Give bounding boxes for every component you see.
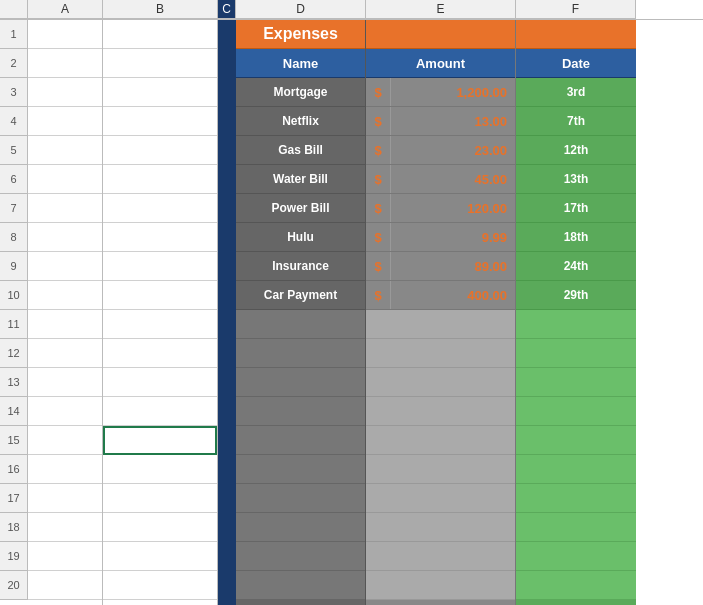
cell-d13[interactable]	[236, 368, 365, 397]
cell-e13[interactable]	[366, 368, 515, 397]
row-num-11[interactable]: 11	[0, 310, 28, 339]
cell-b11[interactable]	[103, 310, 217, 339]
cell-a12[interactable]	[28, 339, 102, 368]
cell-b19[interactable]	[103, 542, 217, 571]
row-num-7[interactable]: 7	[0, 194, 28, 223]
cell-c4[interactable]	[218, 107, 234, 136]
cell-e12[interactable]	[366, 339, 515, 368]
col-header-f[interactable]: F	[516, 0, 636, 19]
cell-f7[interactable]: 17th	[516, 194, 636, 223]
cell-d7[interactable]: Power Bill	[236, 194, 365, 223]
cell-f15[interactable]	[516, 426, 636, 455]
cell-c2[interactable]	[218, 49, 234, 78]
row-num-19[interactable]: 19	[0, 542, 28, 571]
cell-f3[interactable]: 3rd	[516, 78, 636, 107]
cell-a17[interactable]	[28, 484, 102, 513]
cell-d20[interactable]	[236, 571, 365, 600]
cell-a9[interactable]	[28, 252, 102, 281]
cell-e11[interactable]	[366, 310, 515, 339]
col-header-d[interactable]: D	[236, 0, 366, 19]
cell-b5[interactable]	[103, 136, 217, 165]
cell-c19[interactable]	[218, 542, 234, 571]
cell-b16[interactable]	[103, 455, 217, 484]
cell-c6[interactable]	[218, 165, 234, 194]
cell-d11[interactable]	[236, 310, 365, 339]
cell-e7[interactable]: $120.00	[366, 194, 515, 223]
cell-a7[interactable]	[28, 194, 102, 223]
cell-f19[interactable]	[516, 542, 636, 571]
col-header-b[interactable]: B	[103, 0, 218, 19]
row-num-10[interactable]: 10	[0, 281, 28, 310]
cell-d14[interactable]	[236, 397, 365, 426]
cell-c15[interactable]	[218, 426, 234, 455]
cell-b6[interactable]	[103, 165, 217, 194]
cell-b15[interactable]	[103, 426, 217, 455]
cell-c20[interactable]	[218, 571, 234, 600]
cell-d10[interactable]: Car Payment	[236, 281, 365, 310]
cell-f4[interactable]: 7th	[516, 107, 636, 136]
cell-e4[interactable]: $13.00	[366, 107, 515, 136]
cell-e18[interactable]	[366, 513, 515, 542]
row-num-14[interactable]: 14	[0, 397, 28, 426]
cell-c14[interactable]	[218, 397, 234, 426]
row-num-13[interactable]: 13	[0, 368, 28, 397]
cell-b1[interactable]	[103, 20, 217, 49]
cell-e3[interactable]: $1,200.00	[366, 78, 515, 107]
cell-c18[interactable]	[218, 513, 234, 542]
cell-b14[interactable]	[103, 397, 217, 426]
cell-a13[interactable]	[28, 368, 102, 397]
cell-c11[interactable]	[218, 310, 234, 339]
cell-f12[interactable]	[516, 339, 636, 368]
cell-d1-title[interactable]: Expenses	[236, 20, 365, 49]
cell-b4[interactable]	[103, 107, 217, 136]
cell-d12[interactable]	[236, 339, 365, 368]
cell-f2-date-header[interactable]: Date	[516, 49, 636, 78]
row-num-16[interactable]: 16	[0, 455, 28, 484]
cell-a1[interactable]	[28, 20, 102, 49]
cell-f9[interactable]: 24th	[516, 252, 636, 281]
cell-b9[interactable]	[103, 252, 217, 281]
cell-f8[interactable]: 18th	[516, 223, 636, 252]
cell-d19[interactable]	[236, 542, 365, 571]
cell-d18[interactable]	[236, 513, 365, 542]
cell-d6[interactable]: Water Bill	[236, 165, 365, 194]
cell-b13[interactable]	[103, 368, 217, 397]
cell-f6[interactable]: 13th	[516, 165, 636, 194]
cell-a6[interactable]	[28, 165, 102, 194]
cell-a19[interactable]	[28, 542, 102, 571]
cell-e8[interactable]: $9.99	[366, 223, 515, 252]
cell-e20[interactable]	[366, 571, 515, 600]
cell-f18[interactable]	[516, 513, 636, 542]
cell-d8[interactable]: Hulu	[236, 223, 365, 252]
cell-c9[interactable]	[218, 252, 234, 281]
cell-e5[interactable]: $23.00	[366, 136, 515, 165]
cell-a14[interactable]	[28, 397, 102, 426]
row-num-4[interactable]: 4	[0, 107, 28, 136]
cell-b2[interactable]	[103, 49, 217, 78]
col-header-c[interactable]: C	[218, 0, 236, 19]
cell-d9[interactable]: Insurance	[236, 252, 365, 281]
cell-e15[interactable]	[366, 426, 515, 455]
cell-f10[interactable]: 29th	[516, 281, 636, 310]
cell-a18[interactable]	[28, 513, 102, 542]
cell-b3[interactable]	[103, 78, 217, 107]
cell-a5[interactable]	[28, 136, 102, 165]
cell-c16[interactable]	[218, 455, 234, 484]
cell-a16[interactable]	[28, 455, 102, 484]
cell-a10[interactable]	[28, 281, 102, 310]
cell-c13[interactable]	[218, 368, 234, 397]
cell-d17[interactable]	[236, 484, 365, 513]
cell-e10[interactable]: $400.00	[366, 281, 515, 310]
cell-c10[interactable]	[218, 281, 234, 310]
row-num-1[interactable]: 1	[0, 20, 28, 49]
cell-f17[interactable]	[516, 484, 636, 513]
cell-e16[interactable]	[366, 455, 515, 484]
cell-a11[interactable]	[28, 310, 102, 339]
cell-b18[interactable]	[103, 513, 217, 542]
cell-f14[interactable]	[516, 397, 636, 426]
cell-b20[interactable]	[103, 571, 217, 600]
cell-a15[interactable]	[28, 426, 102, 455]
col-header-a[interactable]: A	[28, 0, 103, 19]
row-num-3[interactable]: 3	[0, 78, 28, 107]
cell-e17[interactable]	[366, 484, 515, 513]
